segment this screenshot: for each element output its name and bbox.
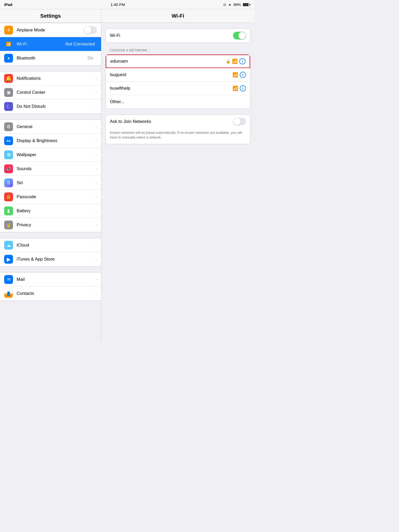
icloud-icon: ☁ — [4, 241, 13, 250]
wifi-label: Wi-Fi — [17, 42, 65, 47]
network-item-other[interactable]: Other... — [106, 95, 250, 109]
itunes-label: iTunes & App Store — [17, 257, 96, 262]
sounds-symbol: 🔊 — [6, 166, 11, 171]
sidebar-item-general[interactable]: ⚙ General › — [0, 120, 101, 134]
sidebar-item-itunes[interactable]: ▶ iTunes & App Store › — [0, 252, 101, 266]
contacts-icon: 👤 — [4, 289, 13, 298]
sidebar-item-contacts[interactable]: 👤 Contacts › — [0, 287, 101, 301]
contacts-label: Contacts — [17, 291, 96, 296]
info-button-lsuwifihelp[interactable]: i — [240, 85, 246, 91]
mail-chevron: › — [96, 277, 97, 282]
sidebar-item-siri[interactable]: S Siri › — [0, 176, 101, 190]
display-brightness-label: Display & Brightness — [17, 138, 96, 143]
airplane-symbol — [7, 27, 11, 33]
general-icon: ⚙ — [4, 122, 13, 131]
battery-chevron: › — [96, 209, 97, 213]
airplane-mode-toggle[interactable] — [84, 26, 97, 34]
network-item-eduroam[interactable]: eduroam 🔒 📶 i — [106, 55, 250, 68]
sidebar-item-privacy[interactable]: ☝ Privacy › — [0, 218, 101, 232]
itunes-icon: ▶ — [4, 255, 13, 264]
info-button-lsuguest[interactable]: i — [240, 72, 246, 78]
display-brightness-icon: AA — [4, 136, 13, 145]
contacts-chevron: › — [96, 291, 97, 296]
sidebar-item-airplane-mode[interactable]: Airplane Mode — [0, 23, 101, 37]
airplane-mode-label: Airplane Mode — [17, 28, 84, 33]
sidebar-item-wallpaper[interactable]: ❇ Wallpaper › — [0, 148, 101, 162]
wifi-icon: 📶 — [4, 40, 13, 49]
sidebar-item-passcode[interactable]: 🔒 Passcode › — [0, 190, 101, 204]
status-icons: ⊙ ∗ 89% — [223, 3, 250, 7]
do-not-disturb-label: Do Not Disturb — [17, 104, 96, 109]
ask-to-join-description: Known networks will be joined automatica… — [106, 128, 250, 144]
mail-symbol: ✉ — [7, 277, 10, 282]
network-item-lsuguest[interactable]: lsuguest 📶 i — [106, 68, 250, 82]
sounds-icon: 🔊 — [4, 164, 13, 173]
privacy-label: Privacy — [17, 222, 96, 228]
control-center-symbol: ▣ — [7, 90, 11, 95]
sidebar-item-wifi[interactable]: 📶 Wi-Fi Not Connected — [0, 37, 101, 51]
bluetooth-icon: ⭒ — [4, 54, 13, 63]
sidebar-item-battery[interactable]: ▮ Battery › — [0, 204, 101, 218]
sidebar-item-control-center[interactable]: ▣ Control Center › — [0, 85, 101, 99]
wifi-signal-lsuguest: 📶 — [232, 72, 238, 78]
sidebar-item-display-brightness[interactable]: AA Display & Brightness › — [0, 134, 101, 148]
wallpaper-symbol: ❇ — [7, 152, 11, 158]
icloud-symbol: ☁ — [6, 242, 11, 248]
sidebar-item-icloud[interactable]: ☁ iCloud › — [0, 238, 101, 252]
bluetooth-value: On — [88, 56, 94, 61]
ask-to-join-toggle[interactable] — [233, 118, 246, 125]
airplane-mode-icon — [4, 26, 13, 35]
do-not-disturb-symbol: ☾ — [6, 104, 11, 109]
settings-group-system2: ⚙ General › AA Display & Brightness › ❇ … — [0, 119, 101, 232]
privacy-icon: ☝ — [4, 221, 13, 229]
battery-symbol: ▮ — [7, 208, 10, 214]
passcode-chevron: › — [96, 195, 97, 199]
sidebar-item-do-not-disturb[interactable]: ☾ Do Not Disturb › — [0, 99, 101, 114]
info-button-eduroam[interactable]: i — [239, 58, 245, 64]
sidebar-item-sounds[interactable]: 🔊 Sounds › — [0, 162, 101, 176]
wifi-main-toggle[interactable] — [233, 32, 246, 39]
battery-settings-icon: ▮ — [4, 207, 13, 215]
sidebar-item-notifications[interactable]: 🔔 Notifications › — [0, 71, 101, 85]
settings-group-connectivity: Airplane Mode 📶 Wi-Fi Not Connected ⭒ Bl… — [0, 23, 101, 65]
wifi-signal-lsuwifihelp: 📶 — [232, 85, 238, 91]
status-bar: iPad 1:40 PM ⊙ ∗ 89% — [0, 0, 255, 9]
bluetooth-chevron: › — [96, 56, 97, 61]
airplane-toggle-knob — [84, 26, 91, 34]
do-not-disturb-chevron: › — [96, 104, 97, 109]
passcode-symbol: 🔒 — [6, 194, 11, 199]
network-icons-lsuwifihelp: 📶 i — [232, 85, 246, 91]
do-not-disturb-icon: ☾ — [4, 102, 13, 111]
network-item-lsuwifihelp[interactable]: lsuwifihelp 📶 i — [106, 82, 250, 95]
wallpaper-label: Wallpaper — [17, 152, 96, 157]
wifi-value: Not Connected — [65, 42, 95, 47]
network-name-other: Other... — [110, 99, 246, 104]
settings-group-apps: ✉ Mail › 👤 Contacts › — [0, 272, 101, 301]
settings-group-system1: 🔔 Notifications › ▣ Control Center › ☾ D… — [0, 71, 101, 114]
content-area: Wi-Fi Wi-Fi CHOOSE A NETWORK... eduroam — [101, 9, 255, 340]
ask-to-join-section: Ask to Join Networks Known networks will… — [105, 115, 250, 144]
notifications-symbol: 🔔 — [5, 75, 12, 82]
sidebar-item-mail[interactable]: ✉ Mail › — [0, 272, 101, 287]
mail-label: Mail — [17, 277, 96, 282]
network-icons-lsuguest: 📶 i — [232, 72, 246, 78]
battery-icon — [243, 3, 250, 6]
main-layout: Settings Airplane Mode 📶 Wi-Fi Not Conne… — [0, 9, 255, 340]
ask-to-join-knob — [233, 118, 241, 125]
passcode-icon: 🔒 — [4, 192, 13, 201]
general-label: General — [17, 124, 96, 129]
itunes-chevron: › — [96, 257, 97, 262]
network-name-lsuguest: lsuguest — [110, 72, 232, 77]
wifi-toggle-row: Wi-Fi — [110, 29, 246, 42]
sidebar-item-bluetooth[interactable]: ⭒ Bluetooth On › — [0, 51, 101, 65]
siri-icon: S — [4, 178, 13, 187]
privacy-chevron: › — [96, 223, 97, 227]
siri-symbol: S — [7, 180, 10, 185]
mail-icon: ✉ — [4, 275, 13, 284]
display-brightness-chevron: › — [96, 138, 97, 143]
sounds-label: Sounds — [17, 166, 96, 171]
device-name: iPad — [4, 2, 12, 7]
content-header: Wi-Fi — [101, 9, 255, 23]
rotation-lock-icon: ⊙ — [223, 3, 226, 7]
control-center-icon: ▣ — [4, 88, 13, 97]
